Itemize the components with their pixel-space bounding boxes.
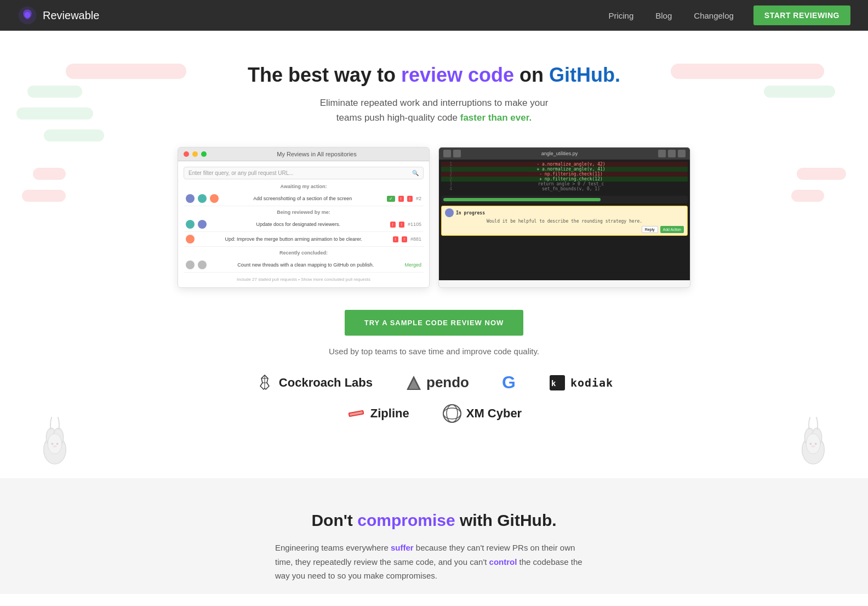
navbar: Reviewable Pricing Blog Changelog START …	[0, 0, 868, 31]
review-text-3: Upd: Improve the merge button arming ani…	[198, 236, 390, 242]
avatar-5	[198, 220, 207, 229]
svg-point-15	[811, 445, 815, 448]
hero-headline: The best way to review code on GitHub.	[11, 64, 857, 87]
comment-actions: Reply Add Action	[445, 226, 684, 233]
bottom-para: Engineering teams everywhere suffer beca…	[275, 541, 593, 583]
diff-toolbar-icon-3	[658, 150, 666, 157]
hero-subtext: Eliminate repeated work and interruption…	[302, 95, 566, 125]
suffer-text: suffer	[391, 543, 414, 552]
badge-r6: !	[402, 236, 407, 242]
review-num-3: #881	[410, 236, 421, 242]
comment-avatar	[445, 208, 454, 217]
diff-toolbar-icon-1	[443, 150, 451, 157]
xmcyber-icon	[442, 404, 462, 423]
screenshot-diff: angle_utilities.py 1 - a.normalize_angle…	[438, 147, 690, 288]
add-action-button[interactable]: Add Action	[660, 226, 684, 233]
nav-logo-icon	[18, 5, 37, 25]
reply-button[interactable]: Reply	[642, 226, 658, 233]
review-item-3: Upd: Improve the merge button arming ani…	[184, 232, 424, 247]
review-item-4: Count new threads with a clean mapping t…	[184, 258, 424, 273]
screenshot-body-left: Enter filter query, or any pull request …	[178, 161, 429, 287]
diff-progress-bar	[441, 196, 688, 203]
review-text-4: Count new threads with a clean mapping t…	[210, 262, 401, 268]
reviews-filter: Enter filter query, or any pull request …	[184, 167, 424, 179]
svg-point-5	[48, 434, 62, 454]
svg-point-12	[806, 434, 820, 454]
review-text-2: Update docs for designated reviewers.	[210, 222, 387, 227]
dot-red-left	[184, 151, 189, 157]
svg-point-1	[25, 12, 31, 18]
avatar-6	[186, 235, 195, 243]
avatar-1	[186, 194, 195, 203]
diff-comment-text: Would it be helpful to describe the roun…	[487, 219, 642, 224]
zipline-icon	[346, 404, 366, 423]
svg-point-13	[810, 443, 812, 445]
svg-point-14	[815, 443, 817, 445]
rabbit-left	[33, 399, 77, 467]
progress-fill	[443, 198, 601, 201]
avatar-7	[186, 260, 195, 269]
logos-row-1: Cockroach Labs pendo G k kodiak	[255, 372, 613, 393]
badge-check: ✓	[387, 196, 395, 202]
diff-toolbar-icon-2	[453, 150, 461, 157]
diff-line-3: 2 - np.filtering.check(11)	[441, 172, 688, 177]
logo-google: G	[502, 372, 516, 393]
svg-point-28	[443, 408, 461, 419]
screenshot-title-left: My Reviews in All repositories	[210, 151, 424, 157]
control-text: control	[489, 557, 517, 567]
diff-toolbar-icon-5	[678, 150, 686, 157]
diff-line-4: 2 + np.filtering.check(12)	[441, 177, 688, 182]
diff-toolbar-icon-4	[668, 150, 676, 157]
nav-pricing[interactable]: Pricing	[599, 7, 642, 25]
nav-changelog[interactable]: Changelog	[685, 7, 743, 25]
screenshots-row: My Reviews in All repositories Enter fil…	[165, 147, 703, 288]
nav-start-reviewing-button[interactable]: START REVIEWING	[753, 5, 850, 25]
logos-row-2: Zipline XM Cyber	[346, 404, 522, 423]
review-num-2: #1105	[408, 222, 421, 227]
decor-blob-9	[797, 168, 846, 180]
decor-blob-5	[44, 129, 104, 141]
review-item-1: Add screenshotting of a section of the s…	[184, 191, 424, 206]
bottom-compromise: compromise	[357, 511, 455, 529]
avatar-3	[210, 194, 219, 203]
bottom-headline: Don't compromise with GitHub.	[22, 511, 846, 530]
logo-kodiak: k kodiak	[549, 374, 613, 392]
rabbit-right	[791, 399, 835, 467]
sample-review-button[interactable]: TRY A SAMPLE CODE REVIEW NOW	[345, 310, 524, 336]
diff-line-2: 1 + a.normalize_angle(v, 41)	[441, 167, 688, 172]
hero-headline-blue: GitHub.	[549, 64, 620, 86]
nav-brand: Reviewable	[18, 5, 599, 25]
logo-pendo: pendo	[406, 374, 469, 391]
decor-blob-4	[16, 107, 93, 120]
decor-blob-6	[33, 168, 66, 180]
diff-line-5: 3 return angle > 0 / test_c	[441, 182, 688, 186]
kodiak-icon: k	[549, 374, 566, 392]
avatar-2	[198, 194, 207, 203]
nav-links: Pricing Blog Changelog START REVIEWING	[599, 5, 850, 25]
pendo-icon	[406, 375, 422, 391]
diff-toolbar: angle_utilities.py	[439, 148, 690, 160]
svg-point-27	[447, 405, 458, 422]
diff-comment-box: In progress Would it be helpful to descr…	[441, 206, 688, 236]
svg-text:k: k	[551, 379, 556, 388]
review-text-1: Add screenshotting of a section of the s…	[222, 196, 384, 201]
screenshot-reviews: My Reviews in All repositories Enter fil…	[178, 147, 430, 288]
used-by-text: Used by top teams to save time and impro…	[11, 347, 857, 356]
review-footer: Include 27 stalled pull requests • Show …	[184, 277, 424, 282]
diff-line-1: 1 - a.normalize_angle(v, 42)	[441, 162, 688, 167]
review-merged: Merged	[404, 262, 421, 268]
hero-headline-purple: review code	[401, 64, 514, 86]
logo-cockroach: Cockroach Labs	[255, 373, 373, 393]
review-item-2: Update docs for designated reviewers. ! …	[184, 217, 424, 232]
review-num-1: #2	[416, 196, 421, 201]
hero-faster: faster than ever.	[460, 112, 532, 123]
nav-blog[interactable]: Blog	[647, 7, 681, 25]
svg-point-6	[52, 443, 54, 445]
logo-zipline: Zipline	[346, 404, 409, 423]
badge-r5: !	[393, 236, 398, 242]
logos-section: Cockroach Labs pendo G k kodiak	[11, 372, 857, 456]
decor-blob-10	[791, 190, 824, 202]
awaiting-label: Awaiting my action:	[184, 184, 424, 189]
diff-filename: angle_utilities.py	[463, 151, 656, 156]
badge-r3: !	[390, 222, 396, 228]
